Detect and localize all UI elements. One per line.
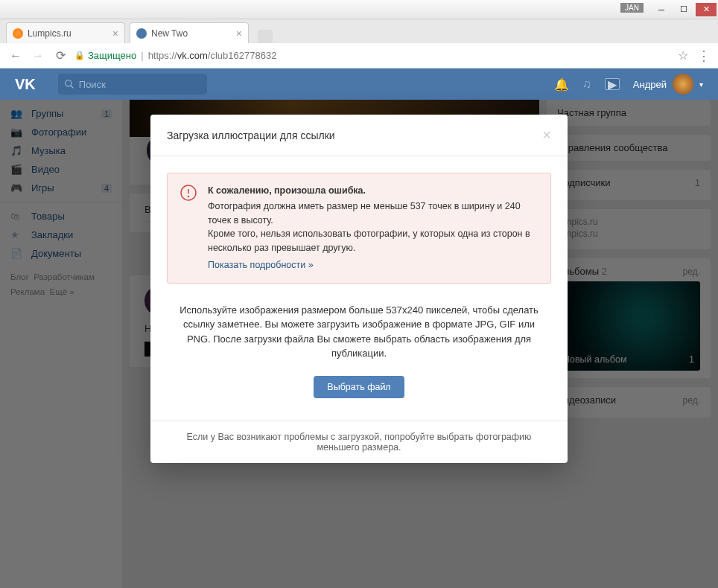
error-details-link[interactable]: Показать подробности » xyxy=(208,258,314,272)
modal-overlay[interactable]: Загрузка иллюстрации для ссылки × К сожа… xyxy=(0,100,718,588)
error-box: К сожалению, произошла ошибка. Фотографи… xyxy=(167,173,551,284)
secure-label: Защищено xyxy=(88,50,136,61)
chevron-down-icon: ▾ xyxy=(699,80,703,89)
svg-line-1 xyxy=(71,86,74,89)
window-minimize-button[interactable]: ─ xyxy=(651,3,672,16)
nav-back-button[interactable]: ← xyxy=(7,48,24,64)
window-titlebar: JAN ─ ☐ ✕ xyxy=(0,0,718,19)
url-host: vk.com xyxy=(177,50,208,61)
window-maximize-button[interactable]: ☐ xyxy=(673,3,694,16)
browser-tab-active[interactable]: New Two × xyxy=(130,22,249,43)
error-icon xyxy=(180,184,197,272)
search-icon xyxy=(64,79,74,89)
avatar xyxy=(673,74,693,95)
music-icon[interactable]: ♫ xyxy=(582,77,591,91)
browser-tab[interactable]: Lumpics.ru × xyxy=(6,22,125,43)
search-placeholder: Поиск xyxy=(79,79,106,90)
browser-address-bar: ← → ⟳ 🔒 Защищено | https://vk.com/club16… xyxy=(0,43,718,68)
url-path: /club162778632 xyxy=(208,50,277,61)
favicon-lumpics-icon xyxy=(13,28,23,39)
vk-header: VK Поиск 🔔 ♫ ▶ Андрей ▾ xyxy=(0,68,718,100)
modal-close-button[interactable]: × xyxy=(542,127,551,144)
play-icon[interactable]: ▶ xyxy=(605,78,620,90)
lock-icon: 🔒 xyxy=(74,51,85,60)
svg-point-4 xyxy=(188,196,189,197)
tab-title: Lumpics.ru xyxy=(28,28,72,39)
search-input[interactable]: Поиск xyxy=(58,74,207,95)
browser-menu-icon[interactable]: ⋮ xyxy=(697,48,711,64)
modal-title: Загрузка иллюстрации для ссылки xyxy=(167,130,335,141)
favicon-vk-icon xyxy=(136,28,147,39)
vk-logo[interactable]: VK xyxy=(15,76,36,93)
tab-close-icon[interactable]: × xyxy=(236,28,242,39)
modal-info-text: Используйте изображения размером больше … xyxy=(174,303,544,361)
tab-title: New Two xyxy=(151,28,188,39)
window-close-button[interactable]: ✕ xyxy=(696,3,717,16)
upload-modal: Загрузка иллюстрации для ссылки × К сожа… xyxy=(150,115,568,463)
choose-file-button[interactable]: Выбрать файл xyxy=(314,376,404,398)
browser-tabstrip: Lumpics.ru × New Two × xyxy=(0,19,718,43)
bookmark-star-icon[interactable]: ☆ xyxy=(678,48,688,63)
profile-name: Андрей xyxy=(633,79,667,90)
user-badge: JAN xyxy=(620,3,644,13)
tab-close-icon[interactable]: × xyxy=(112,28,118,39)
nav-forward-button[interactable]: → xyxy=(30,48,46,64)
nav-reload-button[interactable]: ⟳ xyxy=(52,48,69,64)
new-tab-button[interactable] xyxy=(258,30,273,43)
modal-header: Загрузка иллюстрации для ссылки × xyxy=(150,115,568,156)
error-text: Фотография должна иметь размер не меньше… xyxy=(208,199,538,228)
svg-point-0 xyxy=(66,80,72,86)
url-prefix: https:// xyxy=(148,50,177,61)
notifications-icon[interactable]: 🔔 xyxy=(554,77,569,92)
profile-menu[interactable]: Андрей ▾ xyxy=(633,74,703,95)
url-field[interactable]: 🔒 Защищено | https://vk.com/club16277863… xyxy=(74,50,672,61)
modal-footer: Если у Вас возникают проблемы с загрузко… xyxy=(150,421,568,463)
error-text: Кроме того, нельзя использовать фотограф… xyxy=(208,227,538,255)
error-title: К сожалению, произошла ошибка. xyxy=(208,184,538,198)
